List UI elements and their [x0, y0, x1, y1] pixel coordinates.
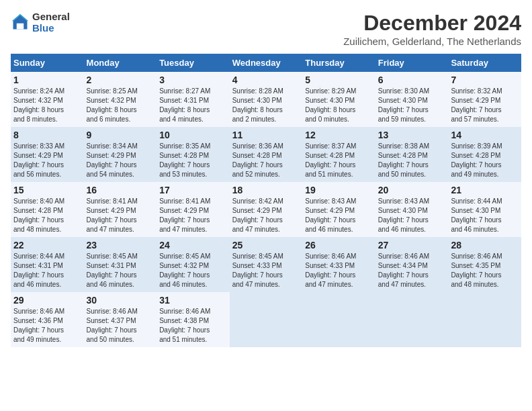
day-number: 29 [13, 295, 81, 306]
calendar-table: SundayMondayTuesdayWednesdayThursdayFrid… [11, 54, 521, 347]
calendar-cell: 25Sunrise: 8:45 AMSunset: 4:33 PMDayligh… [230, 237, 303, 292]
day-number: 17 [159, 185, 227, 195]
day-number: 21 [451, 185, 519, 195]
calendar-cell: 15Sunrise: 8:40 AMSunset: 4:28 PMDayligh… [11, 182, 84, 237]
day-info: Sunrise: 8:35 AMSunset: 4:28 PMDaylight:… [159, 142, 227, 179]
calendar-cell: 10Sunrise: 8:35 AMSunset: 4:28 PMDayligh… [157, 127, 230, 182]
col-header-sunday: Sunday [11, 54, 84, 72]
calendar-cell: 29Sunrise: 8:46 AMSunset: 4:36 PMDayligh… [11, 292, 84, 347]
day-info: Sunrise: 8:46 AMSunset: 4:33 PMDaylight:… [305, 252, 373, 289]
day-info: Sunrise: 8:45 AMSunset: 4:31 PMDaylight:… [87, 252, 154, 289]
day-info: Sunrise: 8:44 AMSunset: 4:30 PMDaylight:… [451, 197, 519, 234]
calendar-cell: 21Sunrise: 8:44 AMSunset: 4:30 PMDayligh… [448, 182, 521, 237]
calendar-cell: 2Sunrise: 8:25 AMSunset: 4:32 PMDaylight… [84, 72, 157, 127]
day-number: 2 [87, 75, 154, 85]
day-number: 9 [87, 130, 154, 140]
calendar-cell [302, 292, 375, 347]
day-number: 10 [159, 130, 227, 140]
day-number: 5 [305, 75, 373, 85]
calendar-cell [375, 292, 449, 347]
calendar-cell: 11Sunrise: 8:36 AMSunset: 4:28 PMDayligh… [230, 127, 303, 182]
calendar-cell: 14Sunrise: 8:39 AMSunset: 4:28 PMDayligh… [448, 127, 521, 182]
calendar-cell: 26Sunrise: 8:46 AMSunset: 4:33 PMDayligh… [302, 237, 375, 292]
day-number: 11 [232, 130, 300, 140]
calendar-cell: 16Sunrise: 8:41 AMSunset: 4:29 PMDayligh… [84, 182, 157, 237]
calendar-cell: 4Sunrise: 8:28 AMSunset: 4:30 PMDaylight… [230, 72, 303, 127]
day-info: Sunrise: 8:30 AMSunset: 4:30 PMDaylight:… [378, 87, 446, 124]
day-number: 7 [451, 75, 519, 85]
col-header-friday: Friday [375, 54, 449, 72]
calendar-week-row: 1Sunrise: 8:24 AMSunset: 4:32 PMDaylight… [11, 72, 521, 127]
day-info: Sunrise: 8:40 AMSunset: 4:28 PMDaylight:… [13, 197, 81, 234]
day-number: 16 [87, 185, 154, 195]
day-number: 6 [378, 75, 446, 85]
calendar-cell: 19Sunrise: 8:43 AMSunset: 4:29 PMDayligh… [302, 182, 375, 237]
page-title: December 2024 [343, 11, 521, 36]
calendar-week-row: 15Sunrise: 8:40 AMSunset: 4:28 PMDayligh… [11, 182, 521, 237]
calendar-cell: 3Sunrise: 8:27 AMSunset: 4:31 PMDaylight… [157, 72, 230, 127]
day-number: 1 [13, 75, 81, 85]
day-info: Sunrise: 8:45 AMSunset: 4:32 PMDaylight:… [159, 252, 227, 289]
day-info: Sunrise: 8:46 AMSunset: 4:34 PMDaylight:… [378, 252, 446, 289]
day-number: 22 [13, 240, 81, 250]
calendar-cell: 24Sunrise: 8:45 AMSunset: 4:32 PMDayligh… [157, 237, 230, 292]
calendar-cell: 27Sunrise: 8:46 AMSunset: 4:34 PMDayligh… [375, 237, 449, 292]
day-number: 24 [159, 240, 227, 250]
day-info: Sunrise: 8:32 AMSunset: 4:29 PMDaylight:… [451, 87, 519, 124]
calendar-cell: 28Sunrise: 8:46 AMSunset: 4:35 PMDayligh… [448, 237, 521, 292]
day-info: Sunrise: 8:45 AMSunset: 4:33 PMDaylight:… [232, 252, 300, 289]
day-number: 20 [378, 185, 446, 195]
calendar-cell [448, 292, 521, 347]
day-number: 12 [305, 130, 373, 140]
calendar-cell: 17Sunrise: 8:41 AMSunset: 4:29 PMDayligh… [157, 182, 230, 237]
day-info: Sunrise: 8:42 AMSunset: 4:29 PMDaylight:… [232, 197, 300, 234]
calendar-cell: 20Sunrise: 8:43 AMSunset: 4:30 PMDayligh… [375, 182, 449, 237]
day-info: Sunrise: 8:27 AMSunset: 4:31 PMDaylight:… [159, 87, 227, 124]
logo-text: General Blue [32, 11, 70, 34]
day-info: Sunrise: 8:33 AMSunset: 4:29 PMDaylight:… [13, 142, 81, 179]
logo-icon [11, 13, 30, 32]
day-info: Sunrise: 8:39 AMSunset: 4:28 PMDaylight:… [451, 142, 519, 179]
calendar-cell: 8Sunrise: 8:33 AMSunset: 4:29 PMDaylight… [11, 127, 84, 182]
calendar-cell: 1Sunrise: 8:24 AMSunset: 4:32 PMDaylight… [11, 72, 84, 127]
day-info: Sunrise: 8:46 AMSunset: 4:37 PMDaylight:… [87, 307, 154, 345]
calendar-header-row: SundayMondayTuesdayWednesdayThursdayFrid… [11, 54, 521, 72]
svg-rect-2 [17, 24, 24, 30]
col-header-tuesday: Tuesday [157, 54, 230, 72]
day-info: Sunrise: 8:41 AMSunset: 4:29 PMDaylight:… [87, 197, 154, 234]
day-info: Sunrise: 8:37 AMSunset: 4:28 PMDaylight:… [305, 142, 373, 179]
day-info: Sunrise: 8:38 AMSunset: 4:28 PMDaylight:… [378, 142, 446, 179]
day-number: 23 [87, 240, 154, 250]
day-info: Sunrise: 8:44 AMSunset: 4:31 PMDaylight:… [13, 252, 81, 289]
day-info: Sunrise: 8:41 AMSunset: 4:29 PMDaylight:… [159, 197, 227, 234]
day-info: Sunrise: 8:29 AMSunset: 4:30 PMDaylight:… [305, 87, 373, 124]
calendar-week-row: 8Sunrise: 8:33 AMSunset: 4:29 PMDaylight… [11, 127, 521, 182]
day-number: 30 [87, 295, 154, 306]
day-number: 25 [232, 240, 300, 250]
day-number: 15 [13, 185, 81, 195]
calendar-cell: 13Sunrise: 8:38 AMSunset: 4:28 PMDayligh… [375, 127, 449, 182]
calendar-cell: 30Sunrise: 8:46 AMSunset: 4:37 PMDayligh… [84, 292, 157, 347]
day-info: Sunrise: 8:46 AMSunset: 4:38 PMDaylight:… [159, 307, 227, 345]
calendar-cell: 22Sunrise: 8:44 AMSunset: 4:31 PMDayligh… [11, 237, 84, 292]
title-area: December 2024 Zuilichem, Gelderland, The… [343, 11, 521, 47]
calendar-cell: 5Sunrise: 8:29 AMSunset: 4:30 PMDaylight… [302, 72, 375, 127]
day-info: Sunrise: 8:43 AMSunset: 4:29 PMDaylight:… [305, 197, 373, 234]
day-number: 8 [13, 130, 81, 140]
col-header-wednesday: Wednesday [230, 54, 303, 72]
day-info: Sunrise: 8:46 AMSunset: 4:36 PMDaylight:… [13, 307, 81, 345]
calendar-cell [230, 292, 303, 347]
day-number: 14 [451, 130, 519, 140]
day-number: 18 [232, 185, 300, 195]
col-header-thursday: Thursday [302, 54, 375, 72]
day-info: Sunrise: 8:34 AMSunset: 4:29 PMDaylight:… [87, 142, 154, 179]
calendar-cell: 31Sunrise: 8:46 AMSunset: 4:38 PMDayligh… [157, 292, 230, 347]
calendar-cell: 12Sunrise: 8:37 AMSunset: 4:28 PMDayligh… [302, 127, 375, 182]
day-number: 13 [378, 130, 446, 140]
day-info: Sunrise: 8:24 AMSunset: 4:32 PMDaylight:… [13, 87, 81, 124]
calendar-cell: 7Sunrise: 8:32 AMSunset: 4:29 PMDaylight… [448, 72, 521, 127]
col-header-saturday: Saturday [448, 54, 521, 72]
day-info: Sunrise: 8:46 AMSunset: 4:35 PMDaylight:… [451, 252, 519, 289]
day-info: Sunrise: 8:36 AMSunset: 4:28 PMDaylight:… [232, 142, 300, 179]
day-number: 28 [451, 240, 519, 250]
